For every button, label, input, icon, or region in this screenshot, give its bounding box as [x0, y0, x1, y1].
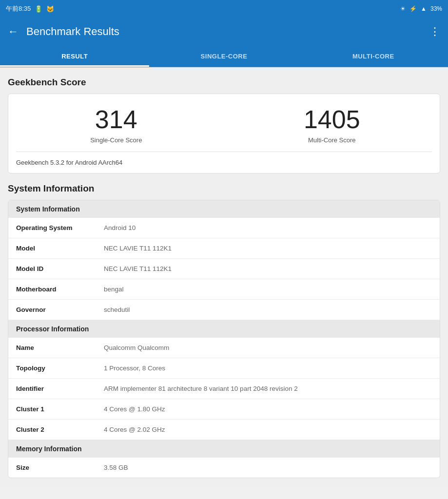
- score-footer: Geekbench 5.3.2 for Android AArch64: [8, 152, 440, 173]
- tab-bar: RESULT SINGLE-CORE MULTI-CORE: [0, 46, 448, 67]
- multi-core-value: 1405: [224, 106, 440, 134]
- battery-icon: 🔋: [35, 5, 42, 13]
- row-cluster2: Cluster 2 4 Cores @ 2.02 GHz: [8, 420, 440, 440]
- tab-single-core[interactable]: SINGLE-CORE: [149, 46, 298, 67]
- group-header-system: System Information: [8, 200, 440, 218]
- status-left: 午前8:35 🔋 🐱: [6, 4, 54, 13]
- row-identifier: Identifier ARM implementer 81 architectu…: [8, 379, 440, 399]
- single-core-score-item: 314 Single-Core Score: [8, 106, 224, 144]
- battery-percent: 33%: [430, 5, 442, 12]
- row-memory-size: Size 3.58 GB: [8, 458, 440, 478]
- row-os: Operating System Android 10: [8, 218, 440, 238]
- single-core-value: 314: [8, 106, 224, 134]
- row-motherboard: Motherboard bengal: [8, 279, 440, 300]
- status-right: ☀ ⚡ ▲ 33%: [400, 5, 442, 12]
- score-numbers: 314 Single-Core Score 1405 Multi-Core Sc…: [8, 94, 440, 152]
- multi-core-label: Multi-Core Score: [224, 136, 440, 144]
- app-bar-title: Benchmark Results: [26, 25, 119, 38]
- row-proc-name: Name Qualcomm Qualcomm: [8, 338, 440, 358]
- back-button[interactable]: ←: [8, 25, 19, 38]
- wifi-icon: ▲: [421, 5, 427, 12]
- charging-icon: ⚡: [409, 5, 417, 12]
- system-info-title: System Information: [8, 183, 440, 194]
- single-core-label: Single-Core Score: [8, 136, 224, 144]
- tab-result[interactable]: RESULT: [0, 46, 149, 67]
- row-governor: Governor schedutil: [8, 300, 440, 320]
- row-cluster1: Cluster 1 4 Cores @ 1.80 GHz: [8, 399, 440, 420]
- main-content: Geekbench Score 314 Single-Core Score 14…: [0, 67, 448, 488]
- status-time: 午前8:35: [6, 4, 31, 13]
- app-bar-left: ← Benchmark Results: [8, 25, 119, 38]
- more-options-button[interactable]: ⋮: [429, 25, 440, 38]
- system-info-card: System Information Operating System Andr…: [8, 200, 440, 478]
- row-model: Model NEC LAVIE T11 112K1: [8, 238, 440, 259]
- row-topology: Topology 1 Processor, 8 Cores: [8, 358, 440, 379]
- row-model-id: Model ID NEC LAVIE T11 112K1: [8, 259, 440, 279]
- group-header-memory: Memory Information: [8, 440, 440, 458]
- brightness-icon: ☀: [400, 5, 406, 12]
- multi-core-score-item: 1405 Multi-Core Score: [224, 106, 440, 144]
- app-icon: 🐱: [46, 5, 54, 13]
- status-bar: 午前8:35 🔋 🐱 ☀ ⚡ ▲ 33%: [0, 0, 448, 18]
- group-header-processor: Processor Information: [8, 320, 440, 338]
- score-card: 314 Single-Core Score 1405 Multi-Core Sc…: [8, 94, 440, 173]
- tab-multi-core[interactable]: MULTI-CORE: [299, 46, 448, 67]
- app-bar: ← Benchmark Results ⋮: [0, 18, 448, 46]
- geekbench-score-title: Geekbench Score: [8, 77, 440, 88]
